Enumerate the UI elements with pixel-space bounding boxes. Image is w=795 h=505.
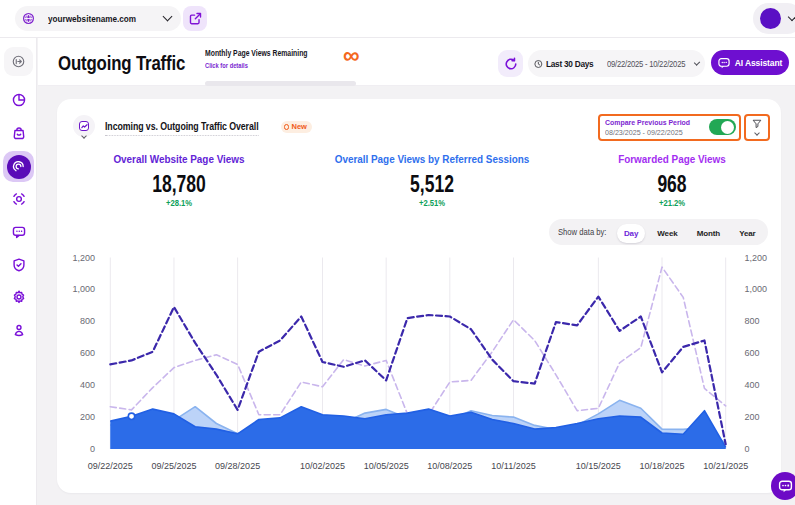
y-axis-label-right: 1,000	[745, 284, 768, 294]
compare-title: Compare Previous Period	[605, 118, 695, 127]
sidebar-item-person-pin[interactable]	[4, 315, 33, 344]
y-axis-label-left: 400	[80, 380, 95, 390]
show-data-by: Show data by: DayWeekMonthYear	[549, 219, 768, 245]
compare-previous-period: Compare Previous Period 08/23/2025 - 09/…	[598, 114, 741, 141]
metric-delta: +2.51%	[338, 198, 525, 208]
chat-icon	[718, 57, 730, 69]
trend-chart-icon	[79, 121, 89, 131]
segment-day[interactable]: Day	[617, 224, 644, 243]
traffic-overview-card: Incoming vs. Outgoing Traffic Overall Ne…	[57, 99, 781, 493]
monthly-quota-details-link[interactable]: Click for details	[205, 61, 314, 70]
sidebar-item-traffic-swirl[interactable]	[3, 151, 34, 182]
chevron-down-icon	[788, 13, 795, 21]
sidebar-item-shield[interactable]	[4, 250, 33, 279]
x-axis-label: 09/28/2025	[215, 461, 260, 471]
segment-year[interactable]: Year	[733, 224, 763, 243]
quota-progress-bar	[205, 81, 356, 86]
y-axis-label-left: 200	[80, 412, 95, 422]
x-axis-label: 10/18/2025	[639, 461, 684, 471]
metric-delta: +28.1%	[85, 198, 272, 208]
refresh-button[interactable]	[498, 50, 523, 77]
x-axis-label: 09/22/2025	[88, 461, 133, 471]
y-axis-label-left: 1,000	[72, 284, 95, 294]
new-badge-label: New	[292, 122, 307, 131]
metric-value: 968	[591, 170, 752, 198]
x-axis-label: 10/05/2025	[364, 461, 409, 471]
x-axis-label: 10/11/2025	[491, 461, 535, 471]
x-axis-label: 10/15/2025	[576, 461, 621, 471]
toggle-knob	[721, 121, 734, 134]
user-menu[interactable]	[753, 3, 795, 34]
period-range: 09/22/2025 - 10/22/2025	[607, 59, 685, 69]
metric-label: Overall Page Views by Referred Sessions	[333, 153, 531, 165]
ai-assistant-label: AI Assistant	[735, 58, 783, 68]
metric-delta: +21.2%	[578, 198, 765, 208]
sidebar-item-gear[interactable]	[4, 283, 33, 312]
y-axis-label-left: 1,200	[72, 253, 95, 263]
sidebar	[0, 38, 37, 505]
y-axis-label-right: 800	[745, 316, 760, 326]
y-axis-label-left: 0	[90, 444, 95, 454]
y-axis-label-right: 200	[745, 412, 760, 422]
x-axis-label: 09/25/2025	[151, 461, 196, 471]
metric-value: 18,780	[98, 170, 259, 198]
x-axis-label: 10/21/2025	[703, 461, 748, 471]
topbar: yourwebsitename.com	[0, 0, 795, 38]
y-axis-label-left: 800	[80, 316, 95, 326]
chevron-down-icon	[163, 12, 173, 22]
new-badge: New	[281, 121, 312, 133]
sidebar-item-bag[interactable]	[4, 118, 33, 147]
compare-range: 08/23/2025 - 09/22/2025	[605, 128, 698, 137]
metric-label: Forwarded Page Views	[573, 153, 771, 165]
x-axis-label: 10/02/2025	[300, 461, 345, 471]
series-page-views-previous-period	[110, 267, 725, 415]
card-title: Incoming vs. Outgoing Traffic Overall	[105, 120, 259, 136]
metric-value: 5,512	[351, 170, 512, 198]
metric-0: Overall Website Page Views18,780+28.1%	[69, 153, 289, 208]
chat-fab-button[interactable]	[771, 472, 795, 500]
show-data-by-label: Show data by:	[558, 227, 606, 237]
infinity-icon: ∞	[343, 51, 359, 59]
y-axis-label-left: 600	[80, 348, 95, 358]
period-label: Last 30 Days	[546, 58, 593, 69]
website-selector[interactable]: yourwebsitename.com	[15, 6, 181, 31]
y-axis-label-right: 0	[745, 444, 750, 454]
date-range-picker[interactable]: Last 30 Days 09/22/2025 - 10/22/2025	[528, 50, 705, 77]
new-badge-icon	[284, 124, 290, 130]
y-axis-label-right: 400	[745, 380, 760, 390]
segment-week[interactable]: Week	[651, 224, 684, 243]
metric-label: Overall Website Page Views	[80, 153, 278, 165]
page-header: Outgoing Traffic Monthly Page Views Rema…	[38, 38, 795, 86]
sidebar-item-analytics[interactable]	[4, 86, 33, 115]
clock-icon	[534, 58, 543, 70]
metric-2: Forwarded Page Views968+21.2%	[562, 153, 782, 208]
y-axis-label-right: 1,200	[745, 253, 768, 263]
open-site-button[interactable]	[183, 6, 207, 31]
filter-control[interactable]	[744, 114, 770, 141]
sidebar-item-target[interactable]	[4, 185, 33, 214]
chevron-down-icon	[754, 130, 760, 136]
globe-icon	[23, 13, 34, 24]
chevron-down-icon	[694, 59, 700, 65]
y-axis-label-right: 600	[745, 348, 760, 358]
funnel-icon	[752, 119, 762, 129]
sidebar-item-collapse[interactable]	[4, 47, 33, 76]
metric-1: Overall Page Views by Referred Sessions5…	[322, 153, 542, 208]
sidebar-item-chat[interactable]	[4, 218, 33, 247]
monthly-quota: Monthly Page Views Remaining Click for d…	[205, 47, 356, 70]
segment-month[interactable]: Month	[690, 224, 727, 243]
avatar	[760, 8, 781, 29]
x-axis-label: 10/08/2025	[427, 461, 472, 471]
refresh-icon	[504, 57, 518, 71]
external-link-icon	[189, 12, 202, 25]
chat-bubble-icon	[778, 479, 793, 494]
page-title: Outgoing Traffic	[58, 51, 185, 75]
traffic-chart: 002002004004006006008008001,0001,0001,20…	[57, 249, 781, 493]
website-name: yourwebsitename.com	[48, 13, 148, 24]
series-marker	[128, 413, 134, 419]
ai-assistant-button[interactable]: AI Assistant	[711, 50, 789, 75]
compare-toggle[interactable]	[709, 119, 736, 135]
monthly-quota-title: Monthly Page Views Remaining	[205, 47, 314, 58]
